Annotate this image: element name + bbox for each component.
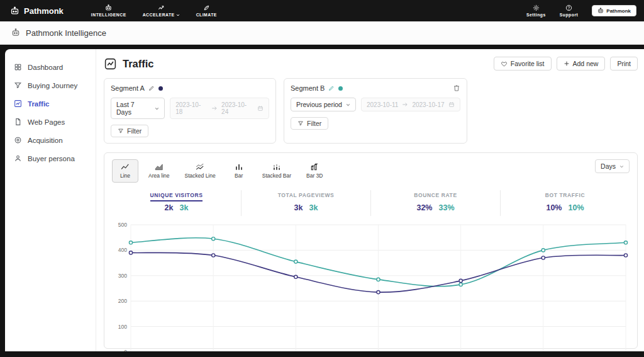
support-button[interactable]: Support [560, 4, 579, 17]
svg-text:100: 100 [118, 324, 127, 330]
trash-icon[interactable] [453, 84, 460, 92]
segment-a-value: 10% [546, 203, 562, 212]
filter-label: Filter [127, 127, 142, 135]
nav-accelerate-label: ACCELERATE [143, 13, 180, 17]
traffic-page-icon [104, 57, 117, 71]
segment-a-value: 2k [165, 203, 174, 212]
brand-name: Pathmonk [24, 6, 64, 16]
bar-3d-icon [310, 163, 319, 171]
top-nav: INTELLIGENCE ACCELERATE CLIMATE [91, 4, 217, 17]
segment-b-value: 3k [309, 203, 318, 212]
svg-text:400: 400 [118, 247, 127, 253]
favorite-list-label: Favorite list [511, 60, 545, 67]
metric-values: 32%33% [371, 203, 500, 212]
edit-pencil-icon[interactable] [148, 85, 155, 91]
chart-type-label: Bar 3D [306, 173, 323, 179]
segment-a-range-select[interactable]: Last 7 Days [111, 98, 165, 119]
traffic-chart-icon [14, 99, 22, 108]
segment-a-filter-button[interactable]: Filter [111, 125, 148, 137]
add-new-label: Add new [573, 60, 599, 67]
traffic-line-chart: 0100200300400500Wed, 18 OctThu, 19 OctFr… [112, 220, 631, 351]
intelligence-icon [105, 4, 112, 11]
segment-a-filter-row: Filter [111, 125, 269, 137]
chart-type-line[interactable]: Line [112, 159, 138, 183]
granularity-select[interactable]: Days [595, 159, 630, 173]
segment-b-filter-button[interactable]: Filter [291, 117, 328, 130]
pathmonk-robot-icon [10, 6, 19, 16]
print-button[interactable]: Print [610, 57, 638, 71]
chart-type-stacked-line[interactable]: Stacked Line [180, 159, 221, 183]
plus-icon [564, 60, 570, 67]
metric-values: 10%10% [501, 203, 630, 212]
filter-funnel-icon [118, 128, 124, 134]
page-title-wrap: Traffic [104, 57, 154, 71]
pathmonk-mini-icon [597, 8, 604, 14]
chevron-down-icon [176, 13, 180, 17]
svg-text:500: 500 [118, 222, 127, 228]
chart-type-label: Bar [235, 173, 243, 179]
sidebar-item-label: Web Pages [28, 118, 65, 126]
add-new-button[interactable]: Add new [557, 57, 606, 71]
sidebar-item-buying-journey[interactable]: Buying Journey [5, 76, 96, 94]
nav-intelligence-label: INTELLIGENCE [91, 13, 126, 17]
chevron-down-icon [619, 164, 624, 169]
segment-a-value: 3k [294, 203, 303, 212]
settings-button[interactable]: Settings [526, 4, 546, 17]
metric-bot-traffic[interactable]: BOT TRAFFIC 10%10% [500, 190, 630, 216]
funnel-icon [14, 81, 22, 89]
topbar-right: Settings Support Pathmonk [526, 4, 636, 17]
chart-type-area-line[interactable]: Area line [143, 159, 175, 183]
range-select-value: Previous period [296, 101, 342, 108]
svg-text:300: 300 [118, 273, 127, 279]
segment-a-value: 32% [416, 203, 432, 212]
segment-b-card: Segment B Previous period 2023-10-11 202… [284, 78, 467, 144]
chevron-down-icon [155, 106, 159, 111]
arrow-right-icon [402, 102, 408, 107]
favorite-list-button[interactable]: Favorite list [494, 57, 552, 71]
nav-climate[interactable]: CLIMATE [196, 4, 217, 17]
main-panel: Traffic Favorite list Add new Print [96, 49, 644, 351]
filter-label: Filter [307, 120, 321, 127]
metric-unique-visitors[interactable]: UNIQUE VISITORS 2k3k [112, 190, 241, 216]
segment-b-range-select[interactable]: Previous period [291, 98, 356, 111]
calendar-icon [257, 105, 264, 111]
metric-label: TOTAL PAGEVIEWS [242, 192, 370, 198]
arrow-right-icon [211, 106, 218, 111]
settings-label: Settings [526, 13, 546, 17]
header-actions: Favorite list Add new Print [494, 57, 638, 71]
sidebar-item-web-pages[interactable]: Web Pages [5, 113, 96, 131]
edit-pencil-icon[interactable] [328, 85, 335, 91]
accelerate-icon [158, 4, 165, 11]
sidebar-item-traffic[interactable]: Traffic [5, 94, 96, 113]
segment-a-card: Segment A Last 7 Days 2023-10-18 2023-10… [104, 78, 276, 144]
sidebar-item-label: Acquisition [28, 137, 63, 144]
segment-a-daterange[interactable]: 2023-10-18 2023-10-24 [170, 98, 269, 119]
metrics-row: UNIQUE VISITORS 2k3k TOTAL PAGEVIEWS 3k3… [112, 190, 630, 216]
metric-total-pageviews[interactable]: TOTAL PAGEVIEWS 3k3k [241, 190, 370, 216]
segment-a-color-dot [158, 86, 163, 91]
nav-intelligence[interactable]: INTELLIGENCE [91, 4, 126, 17]
metric-label: BOUNCE RATE [371, 192, 500, 198]
area-chart-icon [155, 163, 164, 171]
nav-accelerate[interactable]: ACCELERATE [143, 4, 180, 17]
segment-b-daterange[interactable]: 2023-10-11 2023-10-17 [361, 98, 460, 111]
document-icon [14, 118, 22, 126]
account-chip[interactable]: Pathmonk [592, 5, 636, 16]
chart-type-bar[interactable]: Bar [226, 159, 252, 183]
filter-funnel-icon [297, 120, 304, 127]
metric-bounce-rate[interactable]: BOUNCE RATE 32%33% [370, 190, 500, 216]
brand-logo[interactable]: Pathmonk [10, 6, 64, 16]
sidebar-item-buyer-persona[interactable]: Buyer persona [5, 149, 96, 167]
date-to: 2023-10-17 [412, 101, 444, 108]
range-select-value: Last 7 Days [116, 101, 151, 116]
main-header: Traffic Favorite list Add new Print [104, 57, 638, 71]
chart-type-label: Line [120, 173, 130, 179]
stacked-bar-icon [272, 163, 281, 171]
sidebar-item-dashboard[interactable]: Dashboard [5, 58, 96, 76]
chevron-down-icon [346, 103, 350, 107]
app-subheader: Pathmonk Intelligence [0, 21, 644, 45]
segment-b-name: Segment B [291, 84, 325, 92]
chart-type-stacked-bar[interactable]: Stacked Bar [257, 159, 296, 183]
chart-type-bar-3d[interactable]: Bar 3D [301, 159, 328, 183]
sidebar-item-acquisition[interactable]: Acquisition [5, 131, 96, 149]
